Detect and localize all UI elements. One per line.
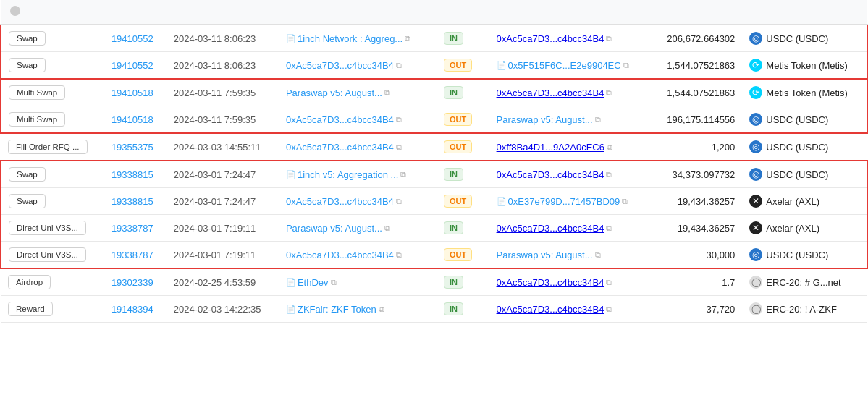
copy-icon[interactable]: ⧉ [396, 115, 402, 124]
value-cell: 30,000 [652, 242, 743, 269]
to-cell: 0xAc5ca7D3...c4bcc34B4⧉ [489, 161, 652, 188]
to-address[interactable]: 0xAc5ca7D3...c4bcc34B4 [497, 223, 604, 234]
from-address[interactable]: ZKFair: ZKF Token [298, 304, 376, 315]
from-header [279, 0, 432, 25]
block-cell: 19410552 [104, 52, 167, 80]
method-button[interactable]: Swap [9, 167, 46, 182]
from-address[interactable]: 0xAc5ca7D3...c4bcc34B4 [286, 196, 394, 207]
block-link[interactable]: 19410518 [111, 114, 153, 125]
method-info-icon[interactable] [10, 6, 20, 16]
from-address[interactable]: EthDev [298, 277, 329, 288]
token-name: USDC (USDC) [766, 169, 828, 180]
value-cell: 1,544.07521863 [652, 79, 743, 106]
datetime-cell: 2024-03-11 8:06:23 [167, 52, 279, 80]
block-link[interactable]: 19302339 [111, 277, 153, 288]
copy-icon[interactable]: ⧉ [405, 34, 410, 43]
block-link[interactable]: 19338815 [111, 169, 153, 180]
method-button[interactable]: Direct Uni V3S... [9, 247, 86, 262]
token-icon-usdc: ◎ [749, 32, 762, 45]
block-link[interactable]: 19338787 [111, 250, 153, 260]
method-cell: Multi Swap [1, 79, 104, 106]
table-row: Multi Swap 19410518 2024-03-11 7:59:35 0… [1, 106, 867, 134]
block-cell: 19338815 [104, 161, 167, 188]
direction-cell: IN [432, 268, 489, 296]
to-address[interactable]: 0xAc5ca7D3...c4bcc34B4 [497, 88, 604, 98]
direction-cell: IN [432, 25, 489, 52]
method-button[interactable]: Swap [9, 194, 46, 208]
from-address[interactable]: Paraswap v5: August... [286, 223, 382, 234]
to-address[interactable]: Paraswap v5: August... [497, 250, 593, 260]
from-address[interactable]: Paraswap v5: August... [286, 88, 382, 98]
method-button[interactable]: Fill Order RFQ ... [8, 140, 88, 154]
block-link[interactable]: 19410518 [111, 88, 153, 98]
method-button[interactable]: Direct Uni V3S... [9, 221, 86, 235]
method-cell: Direct Uni V3S... [1, 242, 104, 269]
token-name: ERC-20: ! A-ZKF [766, 304, 837, 315]
token-cell: ⟳ Metis Token (Metis) [742, 52, 867, 80]
block-cell: 19338787 [104, 215, 167, 242]
datetime-cell: 2024-03-11 7:59:35 [167, 79, 279, 106]
copy-icon[interactable]: ⧉ [384, 88, 390, 98]
to-address[interactable]: 0xE37e799D...71457BD09 [508, 196, 620, 207]
value-cell: 19,434.36257 [652, 215, 743, 242]
block-link[interactable]: 19338787 [111, 223, 153, 234]
copy-icon[interactable]: ⧉ [606, 88, 612, 98]
token-name: USDC (USDC) [766, 114, 828, 125]
copy-icon[interactable]: ⧉ [623, 61, 629, 70]
copy-icon[interactable]: ⧉ [379, 305, 384, 314]
copy-icon[interactable]: ⧉ [384, 224, 390, 233]
datetime-cell: 2024-03-03 14:55:11 [167, 133, 279, 161]
from-address[interactable]: 0xAc5ca7D3...c4bcc34B4 [286, 114, 394, 125]
from-address[interactable]: 0xAc5ca7D3...c4bcc34B4 [286, 142, 394, 153]
from-address[interactable]: 0xAc5ca7D3...c4bcc34B4 [286, 250, 394, 260]
method-button[interactable]: Airdrop [8, 275, 51, 289]
method-button[interactable]: Swap [9, 31, 46, 46]
token-cell: ◯ ERC-20: # G...net [742, 268, 867, 296]
copy-icon[interactable]: ⧉ [606, 305, 612, 314]
to-cell: 0xAc5ca7D3...c4bcc34B4⧉ [489, 296, 652, 323]
copy-icon[interactable]: ⧉ [606, 278, 612, 287]
copy-icon[interactable]: ⧉ [606, 34, 612, 43]
copy-icon[interactable]: ⧉ [622, 197, 628, 206]
copy-icon[interactable]: ⧉ [400, 170, 406, 179]
copy-icon[interactable]: ⧉ [396, 143, 402, 152]
method-button[interactable]: Swap [9, 58, 46, 72]
block-link[interactable]: 19338815 [111, 196, 153, 207]
token-icon-erc20: ◯ [749, 276, 762, 289]
block-link[interactable]: 19410552 [111, 33, 153, 44]
to-address[interactable]: 0xAc5ca7D3...c4bcc34B4 [497, 33, 604, 44]
block-cell: 19410518 [104, 106, 167, 134]
copy-icon[interactable]: ⧉ [606, 224, 612, 233]
copy-icon[interactable]: ⧉ [595, 250, 601, 260]
block-link[interactable]: 19148394 [111, 304, 153, 315]
from-address[interactable]: 1inch v5: Aggregation ... [298, 169, 398, 180]
copy-icon[interactable]: ⧉ [396, 250, 402, 260]
method-button[interactable]: Multi Swap [9, 112, 65, 127]
copy-icon[interactable]: ⧉ [396, 61, 402, 70]
to-address[interactable]: 0xAc5ca7D3...c4bcc34B4 [497, 277, 604, 288]
direction-badge: IN [444, 86, 463, 99]
to-address[interactable]: 0xAc5ca7D3...c4bcc34B4 [497, 169, 604, 180]
to-address[interactable]: 0x5F515F6C...E2e9904EC [508, 60, 621, 71]
copy-icon[interactable]: ⧉ [607, 143, 612, 152]
method-button[interactable]: Multi Swap [9, 85, 65, 100]
to-address[interactable]: 0xAc5ca7D3...c4bcc34B4 [497, 304, 604, 315]
from-address[interactable]: 1inch Network : Aggreg... [298, 33, 403, 44]
table-row: Swap 19410552 2024-03-11 8:06:23 📄1inch … [1, 25, 867, 52]
block-link[interactable]: 19410552 [111, 60, 153, 71]
block-link[interactable]: 19355375 [111, 142, 153, 153]
to-address[interactable]: Paraswap v5: August... [497, 114, 593, 125]
method-button[interactable]: Reward [8, 302, 53, 316]
to-address[interactable]: 0xff8Ba4D1...9A2A0cEC6 [497, 142, 604, 153]
copy-icon[interactable]: ⧉ [606, 170, 612, 179]
from-cell: 📄1inch v5: Aggregation ...⧉ [279, 161, 432, 188]
from-address[interactable]: 0xAc5ca7D3...c4bcc34B4 [286, 60, 394, 71]
method-cell: Swap [1, 52, 104, 80]
datetime-header[interactable] [167, 0, 279, 25]
copy-icon[interactable]: ⧉ [331, 278, 337, 287]
doc-icon: 📄 [286, 34, 296, 43]
table-row: Direct Uni V3S... 19338787 2024-03-01 7:… [1, 215, 867, 242]
copy-icon[interactable]: ⧉ [396, 197, 402, 206]
copy-icon[interactable]: ⧉ [595, 115, 601, 124]
datetime-cell: 2024-03-11 8:06:23 [167, 25, 279, 52]
